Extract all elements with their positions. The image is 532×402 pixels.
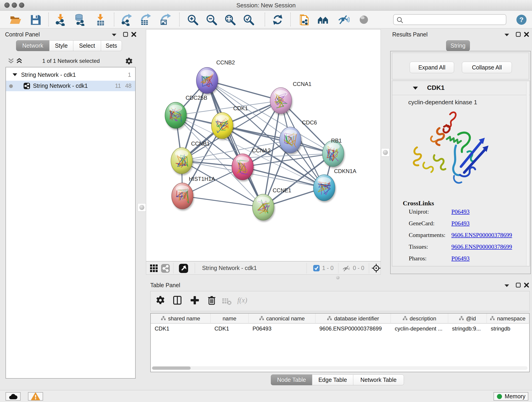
- table-panel-float-icon[interactable]: [515, 282, 521, 288]
- import-network-button[interactable]: [54, 13, 67, 26]
- help-button[interactable]: ?: [516, 14, 527, 25]
- hidden-eye-slash-icon[interactable]: [342, 265, 351, 272]
- share-view-icon[interactable]: [161, 264, 170, 273]
- cell-id[interactable]: stringdb:9...: [448, 324, 487, 333]
- network-node-CCNB1[interactable]: [171, 148, 192, 174]
- export-network-button[interactable]: [120, 13, 133, 26]
- network-options-gear-icon[interactable]: [125, 57, 133, 65]
- tab-node-table[interactable]: Node Table: [271, 375, 312, 385]
- column-header-id[interactable]: @id: [448, 313, 487, 324]
- right-splitter-handle[interactable]: [381, 148, 389, 157]
- collapse-all-tree-icon[interactable]: [8, 58, 14, 65]
- column-header-shared-name[interactable]: shared name: [151, 313, 210, 324]
- network-node-CDC25B[interactable]: [165, 102, 186, 128]
- grid-view-icon[interactable]: [150, 264, 158, 273]
- network-row-selected[interactable]: String Network - cdk1 11 48: [6, 81, 135, 91]
- column-header-name[interactable]: name: [210, 313, 249, 324]
- cell-database-identifier[interactable]: 9606.ENSP00000378699: [316, 324, 391, 333]
- crosslink-link-tissues[interactable]: 9606.ENSP00000378699: [451, 243, 512, 250]
- delete-column-icon[interactable]: [207, 295, 217, 305]
- network-node-CCNA2[interactable]: [232, 154, 253, 180]
- collapse-all-button[interactable]: Collapse All: [462, 62, 512, 73]
- results-panel-float-icon[interactable]: [515, 32, 521, 37]
- export-image-button[interactable]: [158, 13, 171, 26]
- network-collection-row[interactable]: String Network - cdk1 1: [6, 70, 135, 80]
- expand-all-tree-icon[interactable]: [16, 58, 22, 65]
- column-header-database-identifier[interactable]: database identifier: [316, 313, 391, 324]
- show-columns-icon[interactable]: [172, 295, 182, 305]
- string-home-button[interactable]: [317, 13, 329, 26]
- gene-collapse-icon[interactable]: [412, 86, 418, 90]
- tab-sets[interactable]: Sets: [101, 40, 122, 51]
- cell-name[interactable]: CDK1: [210, 324, 249, 333]
- network-node-HIST1H1A[interactable]: [172, 183, 193, 209]
- crosslink-link-pharos[interactable]: P06493: [451, 255, 469, 262]
- open-session-button[interactable]: [9, 13, 22, 26]
- network-node-CCNB2[interactable]: [196, 67, 218, 94]
- zoom-out-button[interactable]: [205, 13, 218, 26]
- network-canvas[interactable]: CCNB2CCNA1CDC25BCDK1CDC6RB1CCNB1CCNA2CDK…: [146, 29, 381, 261]
- tab-network[interactable]: Network: [16, 40, 50, 51]
- left-splitter-handle[interactable]: [138, 203, 146, 211]
- refresh-view-button[interactable]: [272, 13, 284, 26]
- column-header-description[interactable]: description: [391, 313, 448, 324]
- tree-expander-icon[interactable]: [12, 73, 17, 77]
- tab-network-table[interactable]: Network Table: [353, 375, 404, 385]
- delete-table-icon[interactable]: [222, 297, 232, 305]
- import-table-button[interactable]: [94, 13, 107, 26]
- tab-style[interactable]: Style: [49, 40, 73, 51]
- column-header-namespace[interactable]: namespace: [487, 313, 529, 324]
- tab-string[interactable]: String: [446, 40, 470, 51]
- save-session-button[interactable]: [29, 13, 42, 26]
- network-graph[interactable]: CCNB2CCNA1CDC25BCDK1CDC6RB1CCNB1CCNA2CDK…: [146, 30, 380, 261]
- search-input[interactable]: [405, 16, 504, 23]
- table-hscrollbar-thumb[interactable]: [152, 366, 191, 370]
- network-node-CDC6[interactable]: [279, 127, 301, 153]
- results-panel-menu-icon[interactable]: [504, 33, 510, 37]
- horizontal-splitter-handle[interactable]: [336, 276, 340, 279]
- network-node-CCNE1[interactable]: [253, 194, 274, 220]
- network-edge-HIST1H1A-CCNE1[interactable]: [182, 196, 263, 207]
- table-panel-close-icon[interactable]: [524, 282, 529, 288]
- share-network-file-button[interactable]: [298, 13, 310, 26]
- network-node-CDKN1A[interactable]: [313, 175, 335, 201]
- control-panel-menu-icon[interactable]: [111, 33, 117, 37]
- tab-edge-table[interactable]: Edge Table: [312, 375, 353, 385]
- cell-description[interactable]: cyclin-dependent ...: [391, 324, 448, 333]
- show-panel-button[interactable]: [358, 13, 370, 26]
- control-panel-close-icon[interactable]: [131, 32, 137, 37]
- control-panel-float-icon[interactable]: [123, 32, 128, 37]
- export-table-button[interactable]: [139, 13, 152, 26]
- network-edge-CCNB2-CCNE1[interactable]: [207, 80, 263, 207]
- cell-canonical-name[interactable]: P06493: [249, 324, 316, 333]
- cell-namespace[interactable]: stringdb: [487, 324, 529, 333]
- zoom-fit-button[interactable]: [224, 13, 236, 26]
- network-node-CDK1[interactable]: [211, 113, 233, 139]
- memory-button[interactable]: Memory: [494, 392, 528, 401]
- add-column-icon[interactable]: [190, 295, 200, 305]
- selected-checkbox-icon[interactable]: [313, 265, 320, 272]
- zoom-in-button[interactable]: [186, 13, 199, 26]
- table-gear-icon[interactable]: [155, 295, 165, 305]
- network-node-CCNA1[interactable]: [270, 88, 292, 114]
- network-node-RB1[interactable]: [322, 140, 344, 167]
- table-panel-menu-icon[interactable]: [504, 284, 510, 287]
- cell-shared-name[interactable]: CDK1: [151, 324, 210, 333]
- expand-all-button[interactable]: Expand All: [410, 62, 454, 73]
- birdseye-crosshair-icon[interactable]: [372, 264, 381, 273]
- hide-panel-button[interactable]: [337, 13, 350, 26]
- crosslink-link-compartments[interactable]: 9606.ENSP00000378699: [451, 232, 512, 239]
- gene-section-header[interactable]: CDK1: [392, 81, 530, 95]
- crosslink-link-genecard[interactable]: P06493: [451, 220, 469, 227]
- import-database-button[interactable]: [73, 13, 86, 26]
- open-in-window-icon[interactable]: [179, 264, 188, 273]
- tab-select[interactable]: Select: [73, 40, 101, 51]
- automation-cloud-button[interactable]: [6, 392, 21, 401]
- results-scrollbar[interactable]: [526, 82, 529, 266]
- results-panel-close-icon[interactable]: [524, 32, 529, 37]
- table-row[interactable]: CDK1CDK1P064939606.ENSP00000378699cyclin…: [151, 324, 529, 333]
- crosslink-link-uniprot[interactable]: P06493: [451, 208, 469, 215]
- warnings-button[interactable]: [28, 392, 43, 401]
- function-builder-icon[interactable]: f(x): [237, 296, 247, 304]
- zoom-selected-button[interactable]: [242, 13, 255, 26]
